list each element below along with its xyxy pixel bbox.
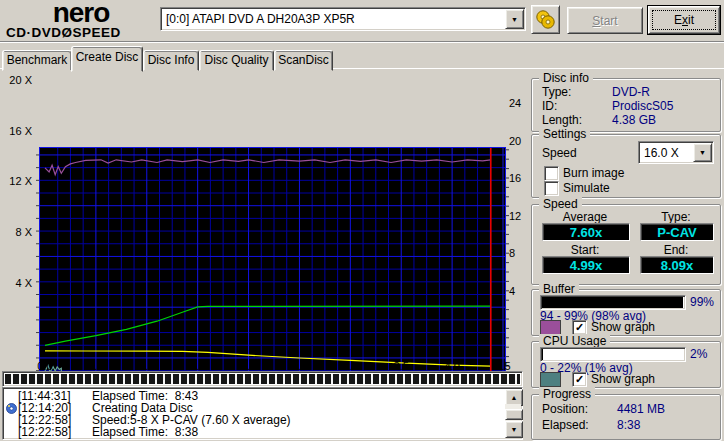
log-timestamp: [12:22:58] bbox=[18, 426, 78, 438]
end-label: End: bbox=[640, 243, 712, 257]
cpu-title: CPU Usage bbox=[539, 334, 610, 348]
settings-title: Settings bbox=[539, 127, 590, 141]
left-axis-tick: 4 X bbox=[0, 277, 32, 290]
log-row: [12:22:58] Elapsed Time: 8:38 bbox=[5, 426, 502, 438]
left-axis-tick: 12 X bbox=[0, 175, 32, 188]
cpu-meter bbox=[540, 347, 686, 362]
event-log[interactable]: [11:44:31] Elapsed Time: 8:43 [12:14:20]… bbox=[2, 387, 523, 440]
disc-info-group: Disc info Type: DVD-R ID: ProdiscS05 Len… bbox=[531, 78, 721, 132]
burn-progress-fill bbox=[5, 374, 520, 384]
disc-id-value: ProdiscS05 bbox=[612, 99, 673, 113]
buffer-meter-fill bbox=[542, 297, 683, 308]
drive-select[interactable]: [0:0] ATAPI DVD A DH20A3P XP5R ▼ bbox=[160, 7, 526, 31]
scrollbar-thumb[interactable] bbox=[505, 409, 523, 420]
burn-image-checkbox[interactable] bbox=[544, 166, 559, 181]
buffer-show-graph-label: Show graph bbox=[591, 320, 655, 334]
average-label: Average bbox=[542, 210, 628, 224]
tab-create-disc[interactable]: Create Disc bbox=[71, 46, 143, 72]
left-axis-tick: 20 X bbox=[0, 74, 32, 87]
disc-info-title: Disc info bbox=[539, 71, 593, 85]
scroll-down-button[interactable]: ▼ bbox=[505, 421, 523, 438]
speed-select-value: 16.0 X bbox=[639, 146, 692, 160]
log-row: [11:44:31] Elapsed Time: 8:43 bbox=[5, 390, 502, 402]
buffer-color-swatch bbox=[540, 320, 561, 335]
left-axis-tick: 16 X bbox=[0, 125, 32, 138]
buffer-title: Buffer bbox=[539, 282, 579, 296]
cpu-meter-fill bbox=[542, 349, 543, 360]
drive-select-value: [0:0] ATAPI DVD A DH20A3P XP5R bbox=[161, 12, 504, 26]
disc-length-label: Length: bbox=[542, 113, 582, 127]
arrow-up-icon: ▲ bbox=[511, 394, 518, 401]
tab-disc-info[interactable]: Disc Info bbox=[143, 50, 199, 71]
log-scrollbar[interactable]: ▲ ▼ bbox=[505, 389, 521, 438]
log-icon-cell bbox=[5, 414, 18, 426]
elapsed-label: Elapsed: bbox=[542, 418, 589, 432]
tab-disc-quality[interactable]: Disc Quality bbox=[199, 50, 274, 71]
log-icon-cell bbox=[5, 390, 18, 402]
cpu-show-graph-label: Show graph bbox=[591, 372, 655, 386]
exit-button[interactable]: Exit bbox=[648, 6, 720, 34]
focus-rect bbox=[652, 10, 716, 30]
cpu-color-swatch bbox=[540, 372, 561, 387]
buffer-percent: 99% bbox=[690, 295, 714, 309]
settings-group: Settings Speed 16.0 X ▼ Burn image Simul… bbox=[531, 134, 721, 198]
eject-discs-button[interactable] bbox=[531, 5, 560, 34]
disc-length-value: 4.38 GB bbox=[612, 113, 656, 127]
right-axis-tick: 8 bbox=[509, 247, 529, 260]
type-label: Type: bbox=[640, 210, 712, 224]
chevron-down-icon: ▼ bbox=[699, 149, 706, 156]
right-axis-tick: 16 bbox=[509, 172, 529, 185]
simulate-checkbox[interactable] bbox=[544, 181, 559, 196]
nero-brand-text: nero bbox=[6, 1, 156, 25]
cpu-show-graph-checkbox[interactable]: ✓ bbox=[572, 372, 587, 387]
series-buffer-level bbox=[45, 160, 491, 175]
series-rotation-speed bbox=[45, 351, 491, 366]
right-axis-tick: 20 bbox=[509, 135, 529, 148]
disc-type-label: Type: bbox=[542, 85, 571, 99]
nero-product-text: CD·DVDØSPEED bbox=[6, 25, 156, 40]
start-button-label: Start bbox=[592, 14, 617, 28]
start-speed-display: 4.99x bbox=[542, 256, 630, 274]
tab-scandisc[interactable]: ScanDisc bbox=[274, 50, 333, 71]
burn-progress-bar bbox=[2, 371, 523, 387]
discs-icon bbox=[535, 9, 556, 30]
disc-type-value: DVD-R bbox=[612, 85, 650, 99]
elapsed-value: 8:38 bbox=[617, 418, 640, 432]
cpu-usage-group: CPU Usage 2% 0 - 22% (1% avg) ✓ Show gra… bbox=[531, 341, 721, 388]
right-axis-tick: 24 bbox=[509, 97, 529, 110]
toolbar-separator bbox=[0, 41, 724, 43]
start-button[interactable]: Start bbox=[567, 7, 643, 34]
series-write-speed bbox=[45, 306, 491, 345]
buffer-group: Buffer 99% 94 - 99% (98% avg) ✓ Show gra… bbox=[531, 289, 721, 336]
speed-label: Speed bbox=[542, 146, 577, 160]
tab-benchmark[interactable]: Benchmark bbox=[2, 50, 72, 71]
speed-select-dropdown-button[interactable]: ▼ bbox=[693, 143, 712, 162]
disc-glyph: Ø bbox=[62, 25, 73, 40]
write-speed-chart: 20 X16 X12 X8 X4 X24201612840.00.51.01.5… bbox=[0, 70, 528, 370]
simulate-label: Simulate bbox=[563, 181, 610, 195]
right-axis-tick: 4 bbox=[509, 285, 529, 298]
log-row: [12:22:58] Speed:5-8 X P-CAV (7.60 X ave… bbox=[5, 414, 502, 426]
event-log-rows: [11:44:31] Elapsed Time: 8:43 [12:14:20]… bbox=[5, 390, 502, 437]
disc-icon bbox=[5, 402, 18, 414]
nero-logo: nero CD·DVDØSPEED bbox=[6, 1, 156, 40]
speed-title: Speed bbox=[539, 197, 582, 211]
left-axis-tick: 8 X bbox=[0, 226, 32, 239]
chevron-down-icon: ▼ bbox=[511, 16, 518, 23]
position-value: 4481 MB bbox=[617, 402, 665, 416]
nero-cd-dvd-speed-window: nero CD·DVDØSPEED [0:0] ATAPI DVD A DH20… bbox=[0, 0, 724, 441]
end-speed-display: 8.09x bbox=[640, 256, 714, 274]
log-icon-cell bbox=[5, 426, 18, 438]
speed-group: Speed Average Type: 7.60x P-CAV Start: E… bbox=[531, 204, 721, 285]
right-axis-tick: 12 bbox=[509, 210, 529, 223]
progress-title: Progress bbox=[539, 387, 595, 401]
write-type-display: P-CAV bbox=[640, 223, 714, 241]
progress-group: Progress Position: 4481 MB Elapsed: 8:38 bbox=[531, 394, 721, 440]
drive-select-dropdown-button[interactable]: ▼ bbox=[505, 9, 524, 29]
disc-id-label: ID: bbox=[542, 99, 557, 113]
buffer-show-graph-checkbox[interactable]: ✓ bbox=[572, 320, 587, 335]
speed-select[interactable]: 16.0 X ▼ bbox=[638, 141, 714, 164]
start-label: Start: bbox=[542, 243, 628, 257]
log-text: Elapsed Time: 8:38 bbox=[78, 426, 198, 438]
average-speed-display: 7.60x bbox=[542, 223, 630, 241]
